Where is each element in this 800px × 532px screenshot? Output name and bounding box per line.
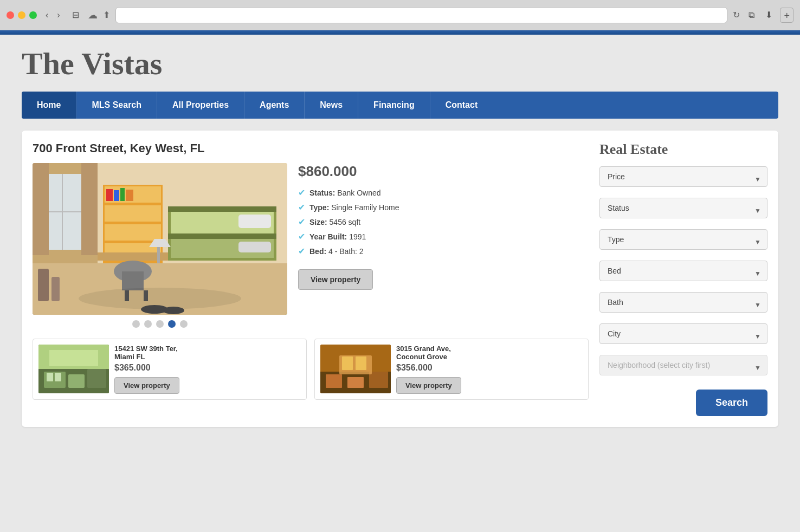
svg-rect-52 — [342, 356, 353, 370]
nav-item-contact[interactable]: Contact — [430, 92, 493, 119]
svg-rect-32 — [38, 269, 49, 301]
check-icon-bed: ✔ — [298, 246, 305, 256]
nav-item-home[interactable]: Home — [22, 92, 76, 119]
card-1-view-button[interactable]: View property — [114, 377, 179, 394]
sidebar-toggle-button[interactable]: ⊟ — [69, 9, 82, 21]
check-icon-year: ✔ — [298, 231, 305, 242]
svg-rect-20 — [106, 189, 113, 201]
svg-rect-6 — [33, 163, 49, 255]
card-1-content: 15421 SW 39th Ter,Miami FL $365.000 View… — [38, 345, 301, 394]
property-card-1: 15421 SW 39th Ter,Miami FL $365.000 View… — [33, 339, 307, 400]
svg-rect-23 — [126, 190, 133, 201]
price-filter-wrapper: Price ▼ — [599, 166, 767, 192]
status-label: Status: — [309, 189, 335, 197]
card-1-price: $365.000 — [114, 363, 301, 373]
nav-item-agents[interactable]: Agents — [244, 92, 305, 119]
main-layout: 700 Front Street, Key West, FL — [22, 131, 778, 427]
cloud-icon: ☁ — [88, 9, 98, 21]
nav-item-all-properties[interactable]: All Properties — [157, 92, 244, 119]
svg-rect-29 — [157, 247, 160, 263]
featured-details: $860.000 ✔ Status: Bank Owned ✔ Type: Si… — [298, 163, 589, 290]
duplicate-button[interactable]: ⧉ — [745, 9, 758, 21]
nav-item-financing[interactable]: Financing — [358, 92, 430, 119]
room-svg — [33, 163, 287, 315]
featured-image — [33, 163, 287, 315]
year-label: Year Built: — [309, 232, 347, 241]
svg-rect-41 — [47, 373, 53, 381]
navigation: Home MLS Search All Properties Agents Ne… — [22, 92, 778, 119]
card-2-address: 3015 Grand Ave,Coconut Grove — [396, 345, 583, 361]
size-label: Size: — [309, 218, 327, 226]
carousel-dot-4[interactable] — [168, 320, 176, 328]
browser-chrome: ‹ › ⊟ ☁ ⬆ ↻ ⧉ ⬇ + — [0, 0, 800, 30]
carousel-dot-3[interactable] — [156, 320, 164, 328]
bed-filter[interactable]: Bed — [599, 261, 767, 281]
status-filter[interactable]: Status — [599, 198, 767, 218]
svg-rect-10 — [168, 233, 276, 239]
svg-rect-42 — [55, 373, 61, 381]
bed-label: Bed: — [309, 247, 326, 256]
svg-rect-21 — [114, 190, 119, 201]
sidebar-title: Real Estate — [599, 141, 767, 158]
detail-size: ✔ Size: 5456 sqft — [298, 217, 589, 227]
close-button[interactable] — [7, 11, 14, 19]
card-2-view-button[interactable]: View property — [396, 377, 461, 394]
size-value: 5456 sqft — [330, 218, 361, 226]
search-button-container: Search — [599, 386, 767, 416]
minimize-button[interactable] — [18, 11, 25, 19]
search-button[interactable]: Search — [696, 390, 767, 416]
type-filter-wrapper: Type ▼ — [599, 229, 767, 255]
svg-rect-14 — [238, 242, 271, 252]
traffic-lights — [7, 11, 37, 19]
type-filter[interactable]: Type — [599, 229, 767, 250]
new-tab-button[interactable]: + — [780, 8, 793, 23]
featured-address: 700 Front Street, Key West, FL — [33, 141, 589, 155]
svg-rect-18 — [105, 224, 161, 241]
card-1-address: 15421 SW 39th Ter,Miami FL — [114, 345, 301, 361]
svg-rect-40 — [87, 369, 106, 388]
city-filter[interactable]: City — [599, 323, 767, 344]
bed-bath-value: 4 - Bath: 2 — [328, 247, 364, 256]
price-filter[interactable]: Price — [599, 166, 767, 187]
type-value: Single Family Home — [331, 203, 399, 212]
svg-point-35 — [163, 307, 184, 314]
neighborhood-filter[interactable]: Neighborhood (select city first) — [599, 355, 767, 375]
card-1-image — [38, 345, 109, 393]
accent-bar — [0, 30, 800, 35]
share-icon: ⬆ — [103, 10, 110, 20]
property-card-2: 3015 Grand Ave,Coconut Grove $356.000 Vi… — [314, 339, 589, 400]
type-label: Type: — [309, 203, 329, 212]
carousel-dot-5[interactable] — [180, 320, 188, 328]
check-icon-size: ✔ — [298, 217, 305, 227]
maximize-button[interactable] — [29, 11, 37, 19]
bath-filter[interactable]: Bath — [599, 292, 767, 313]
carousel-dot-2[interactable] — [144, 320, 152, 328]
svg-rect-7 — [81, 163, 98, 255]
carousel-dots — [33, 320, 287, 328]
featured-view-button[interactable]: View property — [298, 269, 373, 290]
carousel-dot-1[interactable] — [132, 320, 140, 328]
svg-rect-44 — [49, 350, 98, 366]
bath-filter-wrapper: Bath ▼ — [599, 292, 767, 318]
bed-filter-wrapper: Bed ▼ — [599, 261, 767, 287]
neighborhood-filter-wrapper: Neighborhood (select city first) ▼ — [599, 355, 767, 381]
forward-button[interactable]: › — [54, 9, 63, 21]
svg-rect-13 — [238, 215, 271, 228]
svg-rect-53 — [356, 356, 366, 370]
detail-bed-bath: ✔ Bed: 4 - Bath: 2 — [298, 246, 589, 256]
nav-item-mls-search[interactable]: MLS Search — [76, 92, 157, 119]
address-bar[interactable] — [115, 7, 728, 23]
site-title: The Vistas — [22, 46, 778, 82]
featured-image-container — [33, 163, 287, 328]
card-2-price: $356.000 — [396, 363, 583, 373]
nav-item-news[interactable]: News — [305, 92, 358, 119]
svg-rect-49 — [347, 377, 364, 388]
featured-content: $860.000 ✔ Status: Bank Owned ✔ Type: Si… — [33, 163, 589, 328]
download-button[interactable]: ⬇ — [762, 9, 776, 21]
featured-property: 700 Front Street, Key West, FL — [33, 141, 589, 328]
right-actions: ⧉ ⬇ + — [745, 8, 793, 23]
svg-rect-50 — [369, 372, 388, 388]
page-content: The Vistas Home MLS Search All Propertie… — [0, 35, 800, 443]
featured-price: $860.000 — [298, 163, 589, 180]
back-button[interactable]: ‹ — [42, 9, 51, 21]
